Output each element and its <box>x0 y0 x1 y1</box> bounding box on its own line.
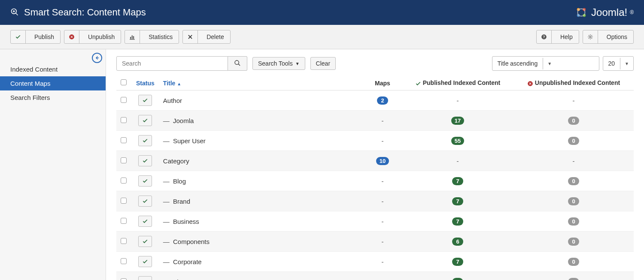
row-title[interactable]: — Super User <box>159 131 363 151</box>
check-icon <box>142 117 148 123</box>
tree-indent: — <box>163 218 171 225</box>
row-checkbox[interactable] <box>121 198 127 204</box>
status-toggle[interactable] <box>138 135 152 146</box>
svg-line-17 <box>238 64 240 66</box>
unpublish-button[interactable]: Unpublish <box>64 30 121 44</box>
row-title[interactable]: — Blog <box>159 171 363 191</box>
table-row: Author2-- <box>116 90 634 111</box>
row-maps: 2 <box>363 90 402 111</box>
search-submit-button[interactable] <box>228 56 247 71</box>
sidebar-item[interactable]: Search Filters <box>0 90 106 105</box>
select-all-checkbox[interactable] <box>121 79 127 85</box>
row-maps: - <box>363 191 402 211</box>
joomla-logo-text: Joomla! <box>591 6 627 18</box>
trademark-symbol: ® <box>630 9 634 15</box>
row-published: - <box>402 151 513 171</box>
clear-button[interactable]: Clear <box>310 57 336 70</box>
column-status[interactable]: Status <box>132 76 159 90</box>
delete-button[interactable]: Delete <box>182 30 230 44</box>
options-button[interactable]: Options <box>583 30 634 44</box>
status-toggle[interactable] <box>138 175 152 187</box>
row-checkbox[interactable] <box>121 258 127 264</box>
status-toggle[interactable] <box>138 196 152 207</box>
row-checkbox[interactable] <box>121 97 127 103</box>
sidebar-collapse-button[interactable] <box>92 53 102 63</box>
stats-icon <box>129 34 135 40</box>
zoom-in-icon <box>10 8 19 18</box>
row-published: 6 <box>402 232 513 252</box>
row-title[interactable]: — Business <box>159 211 363 232</box>
row-checkbox[interactable] <box>121 238 127 244</box>
tree-indent: — <box>163 137 171 145</box>
tree-indent: — <box>163 198 171 205</box>
limit-select[interactable]: 20 ▼ <box>603 56 634 71</box>
check-icon <box>142 97 148 103</box>
page-header: Smart Search: Content Maps Joomla!® <box>0 0 644 25</box>
statistics-button[interactable]: Statistics <box>125 30 179 44</box>
row-title[interactable]: — Components <box>159 232 363 252</box>
column-title[interactable]: Title ▲ <box>159 76 363 90</box>
row-checkbox[interactable] <box>121 137 127 143</box>
sidebar-item[interactable]: Content Maps <box>0 76 106 90</box>
svg-text:?: ? <box>543 35 545 39</box>
row-title[interactable]: Category <box>159 151 363 171</box>
table-row: — Super User-550 <box>116 131 634 151</box>
table-row: — Joomla-170 <box>116 111 634 131</box>
row-checkbox[interactable] <box>121 178 127 184</box>
status-toggle[interactable] <box>138 95 152 106</box>
table-row: — Finance-70 <box>116 272 634 280</box>
tree-indent: — <box>163 117 171 124</box>
search-input[interactable] <box>116 56 228 71</box>
row-maps: - <box>363 111 402 131</box>
row-unpublished: 0 <box>513 131 634 151</box>
row-checkbox[interactable] <box>121 157 127 163</box>
row-maps: - <box>363 171 402 191</box>
row-published: 7 <box>402 252 513 272</box>
row-title[interactable]: Author <box>159 90 363 111</box>
gear-icon <box>587 34 593 40</box>
row-title[interactable]: — Joomla <box>159 111 363 131</box>
row-checkbox[interactable] <box>121 117 127 123</box>
check-icon <box>142 158 148 164</box>
status-toggle[interactable] <box>138 216 152 227</box>
row-unpublished: 0 <box>513 191 634 211</box>
svg-rect-11 <box>134 36 134 39</box>
search-tools-button[interactable]: Search Tools ▼ <box>252 57 305 70</box>
table-row: — Business-70 <box>116 211 634 232</box>
row-checkbox[interactable] <box>121 218 127 224</box>
x-circle-icon <box>527 81 533 87</box>
row-unpublished: 0 <box>513 211 634 232</box>
sort-asc-icon: ▲ <box>177 81 181 86</box>
tree-indent: — <box>163 278 171 280</box>
status-toggle[interactable] <box>138 276 152 280</box>
joomla-logo-icon <box>574 5 589 20</box>
row-maps: - <box>363 272 402 280</box>
status-toggle[interactable] <box>138 155 152 166</box>
toolbar: Publish Unpublish Statistics Delete ? He… <box>0 25 644 49</box>
caret-down-icon: ▼ <box>543 58 556 69</box>
help-button[interactable]: ? Help <box>536 30 579 44</box>
status-toggle[interactable] <box>138 256 152 267</box>
check-icon <box>142 218 148 224</box>
check-icon <box>415 81 421 87</box>
status-toggle[interactable] <box>138 236 152 247</box>
sort-select[interactable]: Title ascending ▼ <box>492 56 599 71</box>
table-row: — Brand-70 <box>116 191 634 211</box>
svg-rect-9 <box>131 37 131 39</box>
row-maps: - <box>363 252 402 272</box>
row-title[interactable]: — Corporate <box>159 252 363 272</box>
column-maps: Maps <box>363 76 402 90</box>
row-maps: - <box>363 131 402 151</box>
svg-line-1 <box>16 13 18 15</box>
table-row: — Corporate-70 <box>116 252 634 272</box>
row-title[interactable]: — Brand <box>159 191 363 211</box>
row-title[interactable]: — Finance <box>159 272 363 280</box>
row-checkbox[interactable] <box>121 278 127 280</box>
publish-button[interactable]: Publish <box>10 30 61 44</box>
sidebar-item[interactable]: Indexed Content <box>0 62 106 76</box>
check-icon <box>142 198 148 204</box>
row-unpublished: - <box>513 151 634 171</box>
page-title: Smart Search: Content Maps <box>24 7 574 18</box>
status-toggle[interactable] <box>138 115 152 126</box>
svg-rect-10 <box>132 36 133 39</box>
